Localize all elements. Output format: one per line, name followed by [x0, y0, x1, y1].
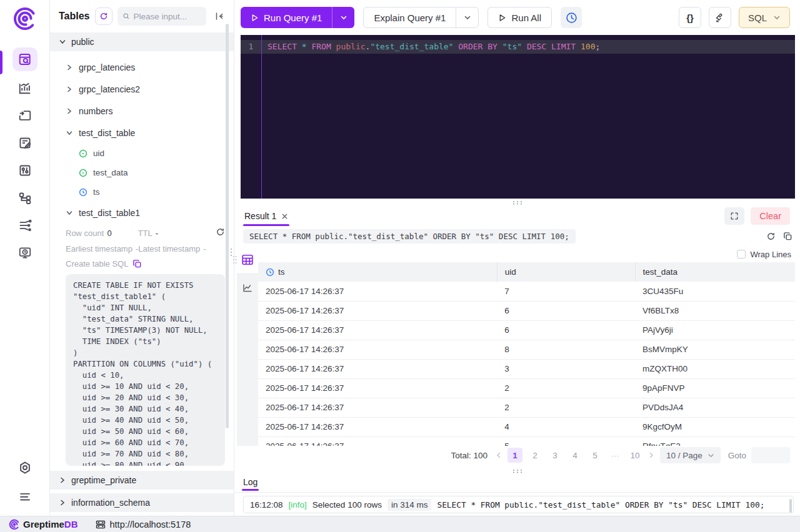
- table-row[interactable]: 2025-06-17 14:26:37 5 RfnuTqE2: [258, 436, 795, 446]
- result-log-splitter[interactable]: [234, 465, 800, 477]
- rerun-query-button[interactable]: [766, 232, 776, 241]
- table-row[interactable]: 2025-06-17 14:26:37 6 PAjVy6ji: [258, 320, 795, 340]
- format-code-button[interactable]: {}: [679, 7, 701, 28]
- log-tab[interactable]: Log: [243, 477, 258, 491]
- page-button[interactable]: ···: [608, 448, 622, 463]
- details-refresh-button[interactable]: [216, 227, 225, 239]
- nav-item-menu[interactable]: [12, 486, 38, 507]
- nav-item-settings[interactable]: [12, 457, 38, 478]
- prev-page-button[interactable]: [495, 451, 502, 459]
- editor-line-1[interactable]: 1 SELECT * FROM public."test_dist_table"…: [241, 40, 795, 54]
- result-tab[interactable]: Result 1: [243, 206, 289, 226]
- table-row[interactable]: 2025-06-17 14:26:37 2 9pApFNVP: [258, 378, 795, 398]
- result-rail-handle[interactable]: [232, 255, 237, 265]
- nav-item-scripts[interactable]: [12, 132, 38, 154]
- copy-icon[interactable]: [132, 259, 142, 268]
- column-name: ts: [93, 187, 100, 197]
- table-row[interactable]: 2025-06-17 14:26:37 4 9KgcfOyM: [258, 417, 795, 436]
- chevron-right-icon: [66, 86, 73, 93]
- column-row-uid[interactable]: uid: [50, 144, 234, 163]
- result-rows: 2025-06-17 14:26:37 7 3CU435Fu 2025-06-1…: [258, 282, 795, 446]
- details-row-count-line: Row count 0 TTL -: [66, 227, 225, 239]
- log-entry[interactable]: 16:12:08 [info] Selected 100 rows in 314…: [243, 496, 794, 513]
- clear-editor-button[interactable]: [709, 7, 731, 28]
- run-query-button[interactable]: Run Query #1: [241, 7, 332, 28]
- table-row[interactable]: 2025-06-17 14:26:37 3 mZQXTH00: [258, 359, 795, 378]
- clear-results-button[interactable]: Clear: [751, 207, 790, 225]
- schema-row-public[interactable]: public: [50, 32, 234, 51]
- tables-search-input[interactable]: [134, 12, 202, 21]
- tables-search-box[interactable]: [118, 7, 207, 26]
- page-button[interactable]: 3: [548, 448, 562, 463]
- column-header-test-data[interactable]: test_data: [635, 262, 795, 282]
- table-row[interactable]: 2025-06-17 14:26:37 2 PVDdsJA4: [258, 398, 795, 417]
- sql-token: [546, 42, 551, 51]
- sql-token: [331, 42, 336, 51]
- chart-view-button[interactable]: [237, 273, 258, 301]
- query-echo-row: SELECT * FROM public."test_dist_table" O…: [234, 226, 800, 246]
- nav-item-controls[interactable]: [12, 160, 38, 181]
- table-row[interactable]: 2025-06-17 14:26:37 6 Vf6BLTx8: [258, 301, 795, 320]
- column-name: uid: [93, 149, 104, 158]
- editor-result-splitter[interactable]: [234, 199, 800, 206]
- sql-token: "ts": [502, 42, 522, 51]
- result-view-switcher: [237, 246, 258, 446]
- nav-item-tables[interactable]: [12, 47, 38, 71]
- copy-query-button[interactable]: [783, 232, 792, 241]
- sql-editor[interactable]: 1 SELECT * FROM public."test_dist_table"…: [241, 35, 795, 199]
- brand-greptime: Greptime: [23, 519, 64, 530]
- sql-token: BY: [488, 42, 498, 51]
- run-all-button[interactable]: Run All: [488, 7, 552, 28]
- table-row[interactable]: 2025-06-17 14:26:37 7 3CU435Fu: [258, 282, 795, 301]
- tables-panel-scrollbar[interactable]: [226, 24, 229, 428]
- table-view-button[interactable]: [237, 246, 258, 273]
- wrap-lines-checkbox[interactable]: [737, 250, 746, 259]
- column-row-ts[interactable]: ts: [50, 182, 234, 202]
- schema-row-information-schema[interactable]: information_schema: [50, 493, 234, 512]
- table-row-grpc-latencies[interactable]: grpc_latencies: [50, 56, 234, 78]
- log-scrollbar[interactable]: [789, 499, 792, 513]
- goto-page-input[interactable]: [751, 447, 790, 463]
- flow-lines-icon: [18, 219, 32, 232]
- column-header-uid[interactable]: uid: [497, 262, 635, 282]
- query-history-button[interactable]: [561, 7, 582, 28]
- next-page-button[interactable]: [648, 451, 655, 459]
- page-button[interactable]: 10: [628, 448, 642, 463]
- column-header-ts[interactable]: ts: [258, 262, 497, 282]
- table-row-test-dist-table[interactable]: test_dist_table: [50, 122, 234, 144]
- explain-query-dropdown-button[interactable]: [456, 7, 478, 27]
- page-size-select[interactable]: 10 / Page: [660, 447, 721, 463]
- nav-item-flows[interactable]: [12, 215, 38, 236]
- close-icon[interactable]: [281, 213, 288, 220]
- schema-row-greptime-private[interactable]: greptime_private: [50, 471, 234, 490]
- table-row[interactable]: 2025-06-17 14:26:37 8 BsMVmpKY: [258, 340, 795, 359]
- play-icon: [498, 14, 506, 22]
- field-icon: [79, 169, 88, 177]
- page-button[interactable]: 4: [568, 448, 582, 463]
- cell-ts: 2025-06-17 14:26:37: [258, 340, 497, 359]
- page-button[interactable]: 2: [528, 448, 542, 463]
- table-row-test-dist-table1[interactable]: test_dist_table1: [50, 202, 234, 224]
- column-row-test-data[interactable]: test_data: [50, 163, 234, 182]
- page-button[interactable]: 1: [508, 448, 522, 463]
- goto-label: Goto: [728, 451, 746, 460]
- nav-item-charts[interactable]: [12, 77, 38, 99]
- page-button[interactable]: 5: [588, 448, 602, 463]
- language-select[interactable]: SQL: [739, 7, 790, 28]
- explain-query-button[interactable]: Explain Query #1: [364, 7, 456, 27]
- nav-item-status[interactable]: [12, 242, 38, 264]
- chevron-down-icon: [464, 14, 471, 21]
- expand-result-button[interactable]: [724, 207, 744, 225]
- table-row-grpc-latencies2[interactable]: grpc_latencies2: [50, 78, 234, 100]
- server-url[interactable]: http://localhost:5178: [96, 520, 191, 530]
- greptimedb-logo-icon[interactable]: [12, 6, 38, 31]
- run-query-dropdown-button[interactable]: [332, 7, 354, 28]
- collapse-left-icon: [214, 11, 224, 21]
- collapse-panel-button[interactable]: [211, 8, 228, 24]
- nav-item-ingest[interactable]: [12, 105, 38, 126]
- table-row-numbers[interactable]: numbers: [50, 100, 234, 122]
- tables-refresh-button[interactable]: [95, 7, 112, 25]
- nav-item-pipeline[interactable]: [12, 187, 38, 209]
- explain-query-split-button: Explain Query #1: [363, 7, 479, 28]
- tables-panel-title: Tables: [59, 11, 90, 22]
